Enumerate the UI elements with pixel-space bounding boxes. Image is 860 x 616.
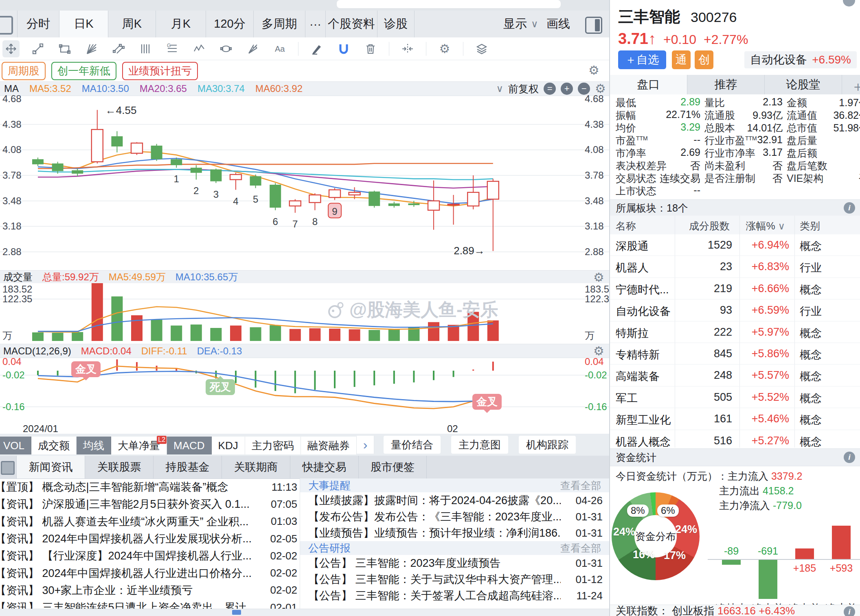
- sector-row[interactable]: 深股通1529+6.94%概念: [610, 234, 860, 256]
- news-tab-新闻资讯[interactable]: 新闻资讯: [16, 456, 85, 478]
- indicator-tab-均线[interactable]: 均线: [77, 437, 111, 454]
- tab-月K[interactable]: 月K: [156, 11, 206, 37]
- horizontal-expand-icon[interactable]: [399, 40, 416, 57]
- tab-多周期[interactable]: 多周期: [253, 11, 305, 37]
- indicator-tab-KDJ[interactable]: KDJ: [212, 437, 245, 454]
- tab-诊股[interactable]: 诊股: [377, 11, 415, 37]
- parallel-channel-icon[interactable]: [110, 40, 127, 57]
- view-all-link[interactable]: 查看全部: [560, 479, 601, 492]
- indicator-tab-VOL[interactable]: VOL: [0, 437, 31, 454]
- macd-chart[interactable]: 0.040.04-0.02-0.02-0.16-0.16金叉死叉金叉: [0, 358, 609, 423]
- panel-tab-论股堂[interactable]: 论股堂: [765, 75, 842, 94]
- draw-line-button[interactable]: 画线: [546, 11, 570, 37]
- tab-个股资料[interactable]: 个股资料: [325, 11, 377, 37]
- add-tab-icon[interactable]: ＋: [851, 77, 860, 96]
- tab-···[interactable]: ···: [305, 11, 325, 37]
- rectangle-tool-icon[interactable]: [56, 40, 73, 57]
- sort-column[interactable]: 涨幅% ∨: [746, 219, 785, 233]
- indicator-tab-融资融券[interactable]: 融资融券: [301, 437, 357, 454]
- tab-分时[interactable]: 分时: [17, 11, 59, 37]
- indicator-tab-成交额[interactable]: 成交额: [31, 437, 77, 454]
- sector-row[interactable]: 专精特新845+5.86%概念: [610, 343, 860, 365]
- pencil-tool-icon[interactable]: [308, 40, 325, 57]
- news-item[interactable]: 【资讯】 【行业深度】2024年中国焊接机器人行业...02-02: [0, 547, 300, 564]
- tool-tab-量价结合[interactable]: 量价结合: [384, 436, 441, 454]
- tab-周K[interactable]: 周K: [108, 11, 156, 37]
- view-all-link[interactable]: 查看全部: [560, 542, 601, 555]
- magnet-tool-icon[interactable]: [335, 40, 352, 57]
- vertical-lines-icon[interactable]: [137, 40, 154, 57]
- info-icon[interactable]: i: [844, 606, 855, 616]
- tool-tab-主力意图[interactable]: 主力意图: [451, 436, 508, 454]
- info-icon[interactable]: i: [844, 452, 855, 463]
- kline-chart[interactable]: ←4.551234567892.89→4.684.684.384.384.084…: [0, 95, 609, 270]
- info-icon[interactable]: i: [844, 202, 855, 214]
- news-tab-快捷交易[interactable]: 快捷交易: [290, 456, 358, 478]
- golden-section-icon[interactable]: G: [164, 40, 181, 57]
- news-tab-关联股票[interactable]: 关联股票: [85, 456, 153, 478]
- panel-corner-icon[interactable]: [843, 0, 855, 7]
- panel-toggle-icon[interactable]: [585, 17, 602, 34]
- news-item[interactable]: 【资讯】 2024年中国焊接机器人行业发展现状分析...02-05: [0, 530, 300, 547]
- trash-icon[interactable]: [362, 40, 379, 57]
- panel-tab-推荐[interactable]: 推荐: [687, 75, 765, 94]
- event-item[interactable]: 【业绩预告】业绩预告：预计年报业绩：净利润186...01-31: [300, 525, 609, 541]
- sector-section-bar: 所属板块：18个 i: [610, 199, 860, 216]
- ellipse-tool-icon[interactable]: [217, 40, 235, 57]
- window-icon[interactable]: [0, 16, 13, 35]
- trend-line-icon[interactable]: [29, 40, 46, 57]
- tab-120分[interactable]: 120分: [206, 11, 253, 37]
- news-panel-icon[interactable]: [1, 461, 15, 475]
- add-watchlist-button[interactable]: ＋自选: [618, 50, 666, 69]
- fund-bars-chart[interactable]: -89净特大-691净大单+185净中单+593净小单: [708, 505, 860, 616]
- stock-tag[interactable]: 创一年新低: [51, 62, 116, 80]
- sector-row[interactable]: 特斯拉222+5.97%概念: [610, 321, 860, 343]
- indicator-more-chevron[interactable]: ›: [357, 436, 375, 454]
- news-item[interactable]: 【资讯】 2024年中国焊接机器人行业进出口价格分...02-02: [0, 564, 300, 581]
- news-item[interactable]: 【资讯】 30+家上市企业：近半业绩预亏02-02: [0, 582, 300, 599]
- wave-tool-icon[interactable]: [191, 40, 208, 57]
- stock-tag[interactable]: 业绩预计扭亏: [122, 62, 198, 80]
- news-tab-股市便签[interactable]: 股市便签: [358, 456, 427, 478]
- event-item[interactable]: 【业绩披露】披露时间：将于2024-04-26披露《20...04-26: [300, 492, 609, 509]
- display-dropdown[interactable]: 显示 ∨: [503, 11, 538, 37]
- gann-fan-icon[interactable]: [83, 40, 100, 57]
- zoom-in-button[interactable]: +: [561, 83, 573, 95]
- stock-tag[interactable]: 周期股: [2, 62, 46, 80]
- volume-settings-gear-icon[interactable]: ⚙: [593, 271, 604, 284]
- news-item[interactable]: 【资讯】 沪深股通|三丰智能2月5日获外资买入 0.1...07:05: [0, 496, 300, 513]
- report-item[interactable]: 【公告】 三丰智能：关于与武汉华中科大资产管理...01-12: [300, 571, 609, 588]
- panel-tab-盘口[interactable]: 盘口: [610, 75, 687, 94]
- sector-row[interactable]: 军工505+5.52%概念: [610, 387, 860, 408]
- sector-row[interactable]: 机器人23+6.83%行业: [610, 256, 860, 277]
- report-item[interactable]: 【公告】 三丰智能：2023年度业绩预告01-31: [300, 555, 609, 571]
- sector-row[interactable]: 新型工业化161+5.46%概念: [610, 408, 860, 430]
- crosshair-move-icon[interactable]: [2, 40, 20, 57]
- reset-zoom-button[interactable]: =: [544, 83, 556, 95]
- tool-tab-机构跟踪[interactable]: 机构跟踪: [519, 436, 576, 454]
- related-index-bar[interactable]: 关联指数： 创业板指 1663.16 +6.43% i: [610, 605, 860, 616]
- tags-settings-gear-icon[interactable]: ⚙: [588, 64, 599, 76]
- adjust-mode-label[interactable]: 前复权: [508, 82, 539, 96]
- toolbar-settings-gear-icon[interactable]: ⚙: [436, 40, 453, 57]
- event-item[interactable]: 【发布公告】发布公告：《三丰智能：2023年度业...01-31: [300, 509, 609, 525]
- sector-row[interactable]: 自动化设备93+6.59%行业: [610, 299, 860, 321]
- indicator-tab-大单净量[interactable]: 大单净量L2: [111, 437, 167, 454]
- news-item[interactable]: 【置顶】 概念动态|三丰智能新增“高端装备”概念11:13: [0, 478, 300, 496]
- news-tab-持股基金[interactable]: 持股基金: [153, 456, 222, 478]
- sector-row[interactable]: 高端装备248+5.57%概念: [610, 365, 860, 386]
- news-item[interactable]: 【资讯】 机器人赛道去年业绩“冰火两重天” 企业积...01:03: [0, 513, 300, 530]
- news-tab-关联期商[interactable]: 关联期商: [222, 456, 290, 478]
- layers-icon[interactable]: [473, 40, 490, 57]
- tab-日K[interactable]: 日K: [59, 11, 108, 37]
- fib-fan-icon[interactable]: [244, 40, 261, 57]
- sector-row[interactable]: 宁德时代...219+6.66%概念: [610, 278, 860, 299]
- report-item[interactable]: 【公告】 三丰智能：关于签署人工合成超高纯硅溶...11-24: [300, 588, 609, 604]
- indicator-tab-主力密码[interactable]: 主力密码: [245, 437, 301, 454]
- indicator-tab-MACD[interactable]: MACD: [167, 437, 212, 454]
- fund-distribution-donut[interactable]: 资金分布 8% 6% 24% 24% 16% 17%: [612, 492, 700, 580]
- volume-chart[interactable]: @股海美人鱼-安乐 183.52183.52122.35122.35万万: [0, 283, 609, 342]
- sector-chip[interactable]: 自动化设备 +6.59%: [744, 51, 857, 68]
- top-search-box[interactable]: [337, 0, 561, 8]
- text-tool-icon[interactable]: Aa: [271, 40, 288, 57]
